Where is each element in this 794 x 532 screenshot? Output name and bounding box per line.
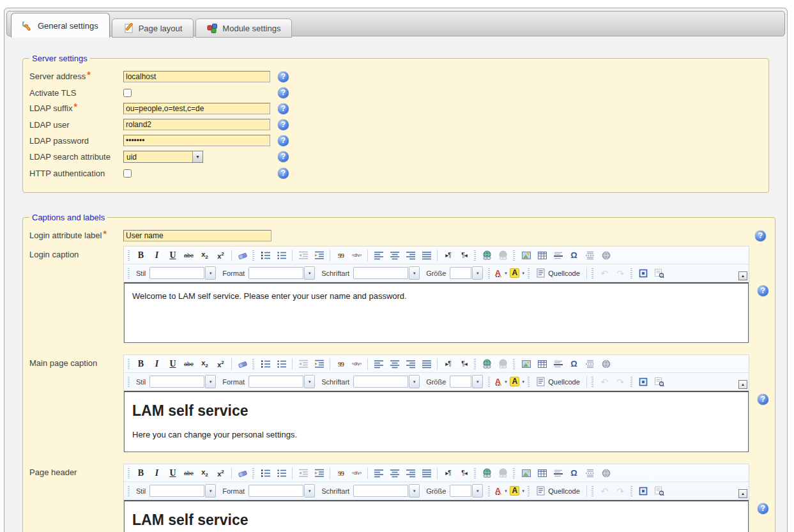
maximize-button[interactable] xyxy=(636,484,651,498)
size-combo[interactable]: Größe ▼ xyxy=(426,484,483,498)
link-button[interactable] xyxy=(480,357,494,371)
div-container-button[interactable]: ‹div› xyxy=(349,466,364,480)
help-icon[interactable]: ? xyxy=(278,103,289,114)
background-color-button[interactable]: A ▼ xyxy=(510,266,525,280)
numbered-list-button[interactable] xyxy=(258,357,273,371)
help-icon[interactable]: ? xyxy=(758,394,768,405)
align-center-button[interactable] xyxy=(387,248,402,262)
align-left-button[interactable] xyxy=(371,357,386,371)
superscript-button[interactable]: x2 xyxy=(213,357,228,371)
align-right-button[interactable] xyxy=(403,357,418,371)
help-icon[interactable]: ? xyxy=(278,135,289,146)
bulleted-list-button[interactable] xyxy=(274,466,289,480)
format-combo[interactable]: Format ▼ xyxy=(222,484,315,498)
page-break-button[interactable] xyxy=(583,248,597,262)
numbered-list-button[interactable] xyxy=(258,466,273,480)
size-combo-value[interactable] xyxy=(450,376,471,388)
ldap-suffix-input[interactable] xyxy=(123,103,270,114)
italic-button[interactable]: I xyxy=(149,248,164,262)
scroll-up-button[interactable]: ▲ xyxy=(738,271,747,280)
image-button[interactable] xyxy=(519,357,533,371)
help-icon[interactable]: ? xyxy=(278,72,289,82)
size-combo[interactable]: Größe ▼ xyxy=(426,375,483,388)
chevron-down-icon[interactable]: ▼ xyxy=(409,375,420,388)
indent-button[interactable] xyxy=(312,248,326,262)
login-attribute-input[interactable] xyxy=(123,230,271,241)
blockquote-button[interactable]: 99 xyxy=(333,248,348,262)
align-center-button[interactable] xyxy=(387,466,402,480)
format-combo-value[interactable] xyxy=(248,485,303,497)
link-button[interactable] xyxy=(480,466,494,480)
indent-button[interactable] xyxy=(312,357,326,371)
superscript-button[interactable]: x2 xyxy=(213,248,228,262)
chevron-down-icon[interactable]: ▼ xyxy=(304,375,315,388)
tab-page-layout[interactable]: Page layout xyxy=(112,19,194,38)
font-combo-value[interactable] xyxy=(353,485,408,497)
style-combo-value[interactable] xyxy=(149,485,204,497)
font-combo[interactable]: Schriftart ▼ xyxy=(321,375,420,388)
bold-button[interactable]: B xyxy=(134,248,148,262)
bidi-ltr-button[interactable]: ▸¶ xyxy=(441,357,455,371)
main-page-caption-editor[interactable]: B I U abe x2 x2 99 ‹div› xyxy=(123,354,749,452)
font-combo[interactable]: Schriftart ▼ xyxy=(321,266,420,280)
text-color-button[interactable]: A ▼ xyxy=(494,375,508,389)
size-combo[interactable]: Größe ▼ xyxy=(426,266,483,280)
ldap-password-input[interactable] xyxy=(123,135,270,146)
align-left-button[interactable] xyxy=(371,248,386,262)
horizontal-rule-button[interactable] xyxy=(551,248,565,262)
remove-format-button[interactable] xyxy=(235,466,250,480)
chevron-down-icon[interactable]: ▼ xyxy=(205,484,216,498)
show-blocks-button[interactable] xyxy=(652,266,667,280)
show-blocks-button[interactable] xyxy=(652,375,667,389)
chevron-down-icon[interactable]: ▼ xyxy=(304,266,315,280)
page-header-content[interactable]: LAM self service xyxy=(124,500,749,532)
format-combo[interactable]: Format ▼ xyxy=(222,375,315,388)
strikethrough-button[interactable]: abe xyxy=(181,248,196,262)
bidi-ltr-button[interactable]: ▸¶ xyxy=(441,248,455,262)
help-icon[interactable]: ? xyxy=(278,87,289,98)
bulleted-list-button[interactable] xyxy=(274,357,289,371)
subscript-button[interactable]: x2 xyxy=(197,248,212,262)
align-left-button[interactable] xyxy=(371,466,386,480)
div-container-button[interactable]: ‹div› xyxy=(349,357,364,371)
page-break-button[interactable] xyxy=(583,357,597,371)
help-icon[interactable]: ? xyxy=(755,231,766,241)
bidi-rtl-button[interactable]: ¶◂ xyxy=(457,248,471,262)
scroll-up-button[interactable]: ▲ xyxy=(738,380,747,389)
underline-button[interactable]: U xyxy=(165,248,180,262)
div-container-button[interactable]: ‹div› xyxy=(349,248,364,262)
iframe-button[interactable] xyxy=(599,248,613,262)
justify-button[interactable] xyxy=(419,466,434,480)
text-color-button[interactable]: A ▼ xyxy=(494,484,508,498)
table-button[interactable] xyxy=(535,357,549,371)
style-combo-value[interactable] xyxy=(149,267,204,279)
tab-general-settings[interactable]: General settings xyxy=(11,13,110,38)
subscript-button[interactable]: x2 xyxy=(197,357,212,371)
help-icon[interactable]: ? xyxy=(758,503,768,514)
special-character-button[interactable]: Ω xyxy=(567,357,581,371)
italic-button[interactable]: I xyxy=(149,466,164,480)
blockquote-button[interactable]: 99 xyxy=(333,357,348,371)
chevron-down-icon[interactable]: ▼ xyxy=(472,484,483,498)
chevron-down-icon[interactable]: ▼ xyxy=(205,375,216,388)
table-button[interactable] xyxy=(535,248,549,262)
show-blocks-button[interactable] xyxy=(652,484,667,498)
help-icon[interactable]: ? xyxy=(278,151,289,162)
help-icon[interactable]: ? xyxy=(758,285,768,296)
iframe-button[interactable] xyxy=(599,357,613,371)
indent-button[interactable] xyxy=(312,466,326,480)
text-color-button[interactable]: A ▼ xyxy=(494,266,508,280)
bold-button[interactable]: B xyxy=(134,357,148,371)
remove-format-button[interactable] xyxy=(235,248,250,262)
strikethrough-button[interactable]: abe xyxy=(181,466,196,480)
help-icon[interactable]: ? xyxy=(278,168,289,179)
source-button[interactable]: Quellcode xyxy=(533,484,584,498)
special-character-button[interactable]: Ω xyxy=(567,466,581,480)
scroll-up-button[interactable]: ▲ xyxy=(738,489,747,498)
maximize-button[interactable] xyxy=(636,266,651,280)
chevron-down-icon[interactable]: ▼ xyxy=(472,266,483,280)
chevron-down-icon[interactable]: ▼ xyxy=(304,484,315,498)
underline-button[interactable]: U xyxy=(165,357,180,371)
size-combo-value[interactable] xyxy=(450,267,471,279)
maximize-button[interactable] xyxy=(636,375,651,389)
